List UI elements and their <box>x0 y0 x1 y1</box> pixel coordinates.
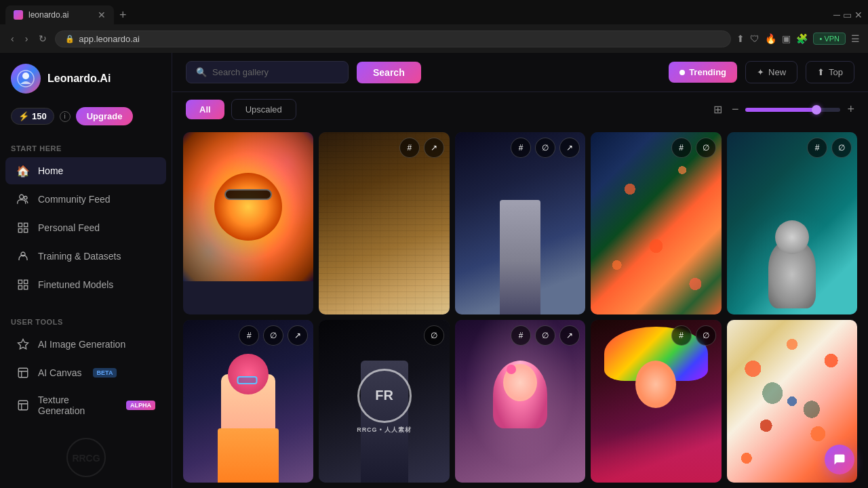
gallery-item-hieroglyphs[interactable]: # ↗ <box>319 132 449 314</box>
logo-text: Leonardo.Ai <box>47 73 111 85</box>
koala-btn1[interactable]: # <box>807 138 827 158</box>
search-box[interactable]: 🔍 Search gallery <box>186 61 349 83</box>
gallery-item-warrior[interactable]: # ∅ ↗ <box>455 132 585 314</box>
address-bar[interactable]: 🔒 app.leonardo.ai <box>55 30 731 47</box>
grid-view-button[interactable]: ⊞ <box>711 100 725 119</box>
sidebar-item-finetuned[interactable]: Finetuned Models <box>5 271 166 298</box>
anime-overlay: # ∅ ↗ <box>239 325 308 346</box>
zoom-handle <box>812 105 821 115</box>
pink-girl-btn2[interactable]: ∅ <box>535 325 555 346</box>
gallery-item-anime-girl[interactable]: # ∅ ↗ <box>183 320 313 483</box>
sidebar-item-ai-image[interactable]: AI Image Generation <box>5 331 166 358</box>
home-icon: 🏠 <box>16 164 30 178</box>
koala-btn2[interactable]: ∅ <box>831 138 852 158</box>
search-button[interactable]: Search <box>357 62 421 83</box>
svg-rect-6 <box>18 229 22 232</box>
menu-icon[interactable]: ☰ <box>851 33 860 44</box>
gallery-item-colorful-girl[interactable]: # ∅ <box>591 320 721 483</box>
dark-warrior-btn1[interactable]: ∅ <box>424 325 444 346</box>
extensions-icon[interactable]: 🧩 <box>796 33 808 44</box>
logo-icon <box>16 69 35 88</box>
svg-text:RRCG: RRCG <box>72 453 100 464</box>
tab-title: leonardo.ai <box>28 10 68 20</box>
new-button[interactable]: ✦ New <box>745 61 797 83</box>
warrior-btn2[interactable]: ∅ <box>535 138 555 158</box>
top-icon: ⬆ <box>817 67 825 77</box>
search-icon: 🔍 <box>196 67 207 77</box>
gallery-controls: All Upscaled ⊞ − + <box>172 92 868 127</box>
finetuned-icon <box>16 278 30 291</box>
gallery-item-lion[interactable] <box>183 132 313 314</box>
anime-btn3[interactable]: ↗ <box>288 325 308 346</box>
chat-button[interactable] <box>825 445 854 474</box>
top-bar: 🔍 Search gallery Search Trending ✦ New ⬆… <box>172 53 868 92</box>
flame-icon[interactable]: 🔥 <box>765 33 776 44</box>
pink-girl-btn3[interactable]: ↗ <box>559 325 580 346</box>
info-icon[interactable]: i <box>60 111 71 122</box>
browser-chrome: leonardo.ai ✕ + ─ ▭ ✕ ‹ › ↻ 🔒 app.leonar… <box>0 0 868 53</box>
colorful-girl-btn1[interactable]: # <box>671 325 692 346</box>
pink-girl-overlay: # ∅ ↗ <box>511 325 580 346</box>
warrior-btn3[interactable]: ↗ <box>559 138 580 158</box>
tab-favicon <box>14 10 23 20</box>
logo-avatar <box>11 64 41 94</box>
pink-girl-btn1[interactable]: # <box>511 325 531 346</box>
hieroglyphs-btn2[interactable]: ↗ <box>424 138 444 158</box>
address-bar-row: ‹ › ↻ 🔒 app.leonardo.ai ⬆ 🛡 🔥 ▣ 🧩 • VPN … <box>0 24 868 53</box>
forward-button[interactable]: › <box>22 30 31 47</box>
sidebar-item-ai-canvas-label: AI Canvas <box>38 367 82 378</box>
share-icon[interactable]: ⬆ <box>736 33 745 44</box>
sidebar-item-community-label: Community Feed <box>38 194 111 205</box>
trending-dot <box>679 70 685 75</box>
sidebar-item-community-feed[interactable]: Community Feed <box>5 186 166 213</box>
search-placeholder-text: Search gallery <box>212 67 269 77</box>
shield-icon[interactable]: 🛡 <box>750 33 760 44</box>
sidebar-item-home[interactable]: 🏠 Home <box>5 157 166 184</box>
gallery-item-flowers1[interactable]: # ∅ <box>591 132 721 314</box>
svg-rect-4 <box>18 223 22 226</box>
sidebar-icon[interactable]: ▣ <box>782 33 791 44</box>
sidebar-item-personal-feed[interactable]: Personal Feed <box>5 214 166 241</box>
gallery-item-koala[interactable]: # ∅ <box>727 132 857 314</box>
koala-overlay: # ∅ <box>807 138 852 158</box>
upgrade-button[interactable]: Upgrade <box>76 107 134 125</box>
zoom-plus-button[interactable]: + <box>847 102 854 117</box>
gallery-item-dark-warrior[interactable]: FR RRCG • 人人素材 ∅ <box>319 320 449 483</box>
back-button[interactable]: ‹ <box>8 30 17 47</box>
minimize-button[interactable]: ─ <box>833 9 840 20</box>
close-window-button[interactable]: ✕ <box>854 9 863 20</box>
svg-rect-10 <box>24 280 28 283</box>
trending-button[interactable]: Trending <box>669 62 737 83</box>
colorful-girl-btn2[interactable]: ∅ <box>696 325 716 346</box>
gallery-item-pink-girl[interactable]: # ∅ ↗ <box>455 320 585 483</box>
flowers1-btn2[interactable]: ∅ <box>696 138 716 158</box>
reload-button[interactable]: ↻ <box>36 30 50 47</box>
start-here-label: Start Here <box>0 136 172 157</box>
tab-close-btn[interactable]: ✕ <box>98 9 106 20</box>
sidebar-item-training[interactable]: Training & Datasets <box>5 243 166 270</box>
beta-badge: BETA <box>93 368 117 378</box>
svg-rect-9 <box>18 280 22 283</box>
svg-rect-7 <box>24 229 28 232</box>
zoom-slider[interactable] <box>745 108 840 112</box>
anime-btn2[interactable]: ∅ <box>263 325 283 346</box>
warrior-btn1[interactable]: # <box>511 138 531 158</box>
flowers1-btn1[interactable]: # <box>671 138 692 158</box>
zoom-minus-button[interactable]: − <box>732 102 739 117</box>
new-tab-button[interactable]: + <box>114 8 132 22</box>
maximize-button[interactable]: ▭ <box>843 9 852 20</box>
svg-point-2 <box>20 195 24 199</box>
new-label: New <box>768 67 786 77</box>
anime-btn1[interactable]: # <box>239 325 259 346</box>
svg-rect-5 <box>24 223 28 226</box>
top-label: Top <box>829 67 843 77</box>
tab-upscaled-button[interactable]: Upscaled <box>231 99 296 120</box>
top-button[interactable]: ⬆ Top <box>806 61 854 83</box>
sidebar-item-texture[interactable]: Texture Generation ALPHA <box>5 388 166 423</box>
tab-bar: leonardo.ai ✕ + ─ ▭ ✕ <box>0 0 868 24</box>
hieroglyphs-btn1[interactable]: # <box>399 138 420 158</box>
tab-all-button[interactable]: All <box>186 100 224 119</box>
active-tab[interactable]: leonardo.ai ✕ <box>5 5 114 24</box>
sidebar-item-ai-canvas[interactable]: AI Canvas BETA <box>5 359 166 386</box>
sidebar-item-personal-label: Personal Feed <box>38 222 100 233</box>
